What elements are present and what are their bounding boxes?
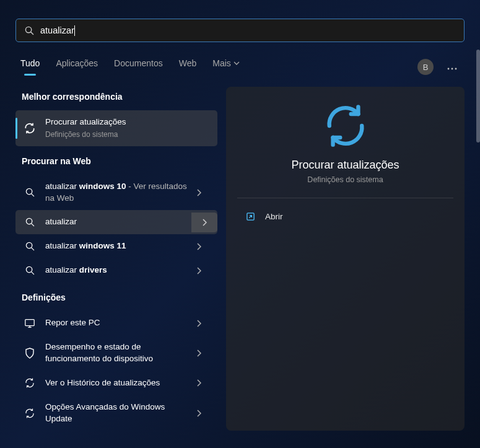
search-icon — [23, 188, 37, 197]
ellipsis-icon — [447, 68, 457, 70]
results-list: Melhor correspondência Procurar atualiza… — [15, 87, 217, 431]
svg-line-6 — [31, 194, 33, 196]
chevron-right-icon[interactable] — [188, 320, 210, 327]
section-best-match: Melhor correspondência — [15, 87, 217, 110]
web-result[interactable]: atualizar windows 10 - Ver resultados na… — [15, 175, 217, 211]
refresh-icon — [23, 377, 37, 389]
search-box[interactable]: atualizar — [15, 19, 465, 42]
result-title: Desempenho e estado de funcionamento do … — [45, 341, 188, 365]
tab-all[interactable]: Tudo — [20, 58, 40, 76]
result-subtitle: Definições do sistema — [45, 130, 210, 140]
shield-icon — [23, 348, 37, 359]
preview-panel: Procurar atualizações Definições do sist… — [226, 87, 465, 431]
svg-line-1 — [31, 32, 33, 34]
svg-rect-13 — [25, 319, 34, 325]
web-result[interactable]: atualizar — [15, 210, 217, 234]
avatar[interactable]: B — [417, 59, 434, 75]
more-button[interactable] — [445, 59, 460, 75]
svg-point-4 — [455, 68, 457, 70]
svg-point-7 — [26, 219, 32, 224]
settings-result-advanced[interactable]: Opções Avançadas do Windows Update — [15, 395, 217, 431]
result-title: Procurar atualizações — [45, 116, 210, 128]
svg-point-5 — [26, 188, 32, 194]
open-icon — [246, 212, 255, 221]
search-icon — [23, 266, 37, 275]
result-title: atualizar windows 10 - Ver resultados na… — [45, 181, 188, 204]
settings-result-health[interactable]: Desempenho e estado de funcionamento do … — [15, 335, 217, 371]
search-icon — [23, 242, 37, 251]
svg-line-10 — [31, 248, 33, 250]
svg-line-12 — [31, 272, 33, 275]
svg-line-8 — [31, 224, 33, 226]
settings-result-reset[interactable]: Repor este PC — [15, 311, 217, 335]
chevron-right-icon[interactable] — [188, 379, 210, 387]
tabs-row: Tudo Aplicações Documentos Web Mais B — [15, 58, 465, 76]
result-best-match[interactable]: Procurar atualizações Definições do sist… — [15, 110, 217, 146]
preview-subtitle: Definições do sistema — [237, 175, 453, 184]
chevron-right-icon[interactable] — [191, 213, 217, 232]
search-icon — [23, 217, 37, 227]
tab-documents[interactable]: Documentos — [114, 58, 163, 76]
chevron-down-icon — [233, 60, 240, 66]
preview-title: Procurar atualizações — [237, 159, 453, 172]
tab-apps[interactable]: Aplicações — [56, 58, 98, 76]
refresh-icon — [23, 408, 37, 419]
chevron-right-icon[interactable] — [188, 349, 210, 357]
result-title: atualizar drivers — [45, 265, 188, 276]
section-settings: Definições — [15, 288, 217, 311]
search-icon — [25, 26, 34, 35]
chevron-right-icon[interactable] — [188, 410, 210, 417]
open-action[interactable]: Abrir — [237, 207, 453, 226]
search-input-text[interactable]: atualizar — [40, 25, 74, 35]
divider — [237, 198, 453, 198]
section-web: Procurar na Web — [15, 151, 217, 175]
web-result[interactable]: atualizar drivers — [15, 258, 217, 283]
tab-web[interactable]: Web — [179, 58, 197, 76]
result-title: Repor este PC — [45, 317, 188, 329]
update-icon — [237, 104, 453, 147]
tab-more[interactable]: Mais — [212, 58, 240, 76]
settings-result-history[interactable]: Ver o Histórico de atualizações — [15, 371, 217, 395]
web-result[interactable]: atualizar windows 11 — [15, 234, 217, 258]
chevron-right-icon[interactable] — [188, 189, 210, 196]
result-title: atualizar — [45, 216, 191, 228]
monitor-icon — [23, 318, 37, 329]
svg-point-9 — [26, 243, 32, 248]
result-title: Ver o Histórico de atualizações — [45, 377, 188, 389]
result-title: atualizar windows 11 — [45, 240, 188, 252]
result-title: Opções Avançadas do Windows Update — [45, 402, 188, 425]
svg-point-11 — [26, 267, 32, 273]
chevron-right-icon[interactable] — [188, 267, 210, 275]
open-label: Abrir — [265, 212, 283, 221]
svg-point-3 — [452, 68, 453, 70]
update-icon — [23, 122, 37, 134]
chevron-right-icon[interactable] — [188, 243, 210, 250]
svg-point-2 — [448, 68, 450, 70]
